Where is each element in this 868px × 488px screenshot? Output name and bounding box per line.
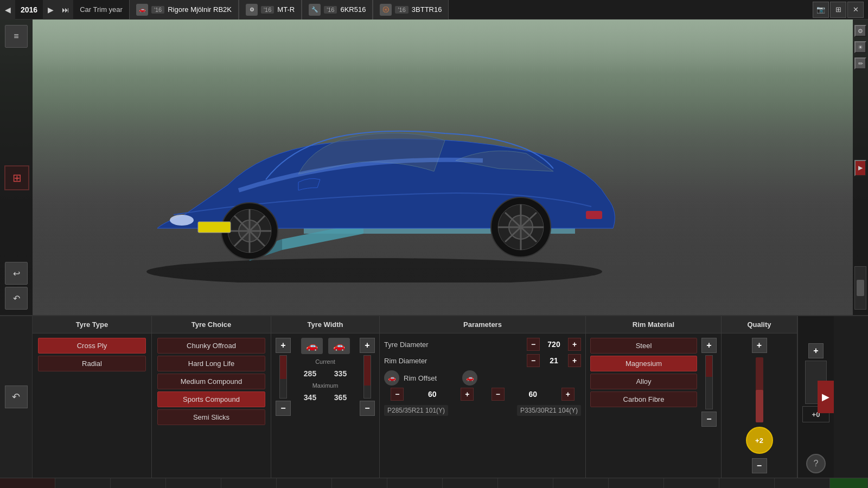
nav-btn-car[interactable] xyxy=(0,478,55,488)
nav-btn-extras[interactable] xyxy=(719,478,775,488)
nav-btn-suspension[interactable] xyxy=(277,478,332,488)
right-btn-1[interactable]: ⚙ xyxy=(854,25,866,37)
tab-mtr[interactable]: ⚙ '16 MT-R xyxy=(239,0,302,20)
rim-steel[interactable]: Steel xyxy=(590,338,697,354)
right-controls: + +0 ? ▶ xyxy=(797,316,834,478)
top-right-icons: 📷 ⊞ ✕ xyxy=(813,2,868,18)
rim-fill xyxy=(706,356,712,377)
tyre-diameter-plus[interactable]: + xyxy=(568,338,581,351)
rim-alloy[interactable]: Alloy xyxy=(590,374,697,389)
left-sidebar-icon-3[interactable]: ↶ xyxy=(5,287,28,310)
right-btn-2[interactable]: ☀ xyxy=(854,41,866,53)
tyre-spec-right: P335/30R21 104(Y) xyxy=(517,405,581,416)
tab-6kr[interactable]: 🔧 '16 6KR516 xyxy=(302,0,373,20)
nav-btn-instruments[interactable] xyxy=(664,478,719,488)
nav-btn-body[interactable] xyxy=(166,478,221,488)
offset-left-minus[interactable]: − xyxy=(391,388,404,401)
current-label: Current xyxy=(315,358,335,365)
quality-plus-btn[interactable]: + xyxy=(752,338,767,353)
tyre-choice-sports[interactable]: Sports Compound xyxy=(157,391,265,407)
left-sidebar-icon-1[interactable]: ≡ xyxy=(5,25,28,48)
nav-btn-exhaust[interactable] xyxy=(498,478,553,488)
max-values: 345 365 xyxy=(299,393,352,402)
tyre-width-section: Tyre Width + − 🚗 🚗 xyxy=(271,316,380,478)
nav-btn-interior[interactable] xyxy=(553,478,609,488)
close-button[interactable]: ✕ xyxy=(847,2,864,18)
rim-plus-btn[interactable]: + xyxy=(701,338,717,353)
nav-btn-wheels2[interactable] xyxy=(443,478,498,488)
nav-btn-engine[interactable] xyxy=(55,478,111,488)
right-btn-3[interactable]: ✏ xyxy=(854,57,866,69)
offset-left-plus[interactable]: + xyxy=(461,388,474,401)
tyre-type-header: Tyre Type xyxy=(33,316,151,333)
help-button[interactable]: ? xyxy=(806,454,826,473)
width-col-left: + − xyxy=(276,338,291,416)
tyre-icons-row: 🚗 🚗 xyxy=(301,338,350,354)
tab-3bttr[interactable]: 🛞 '16 3BTTR16 xyxy=(373,0,449,20)
rim-minus-btn[interactable]: − xyxy=(701,412,717,427)
rim-magnesium[interactable]: Magnesium xyxy=(590,356,697,371)
tyre-type-radial[interactable]: Radial xyxy=(38,356,146,371)
tab-year-1: '16 xyxy=(151,6,164,14)
offset-right-plus[interactable]: + xyxy=(561,388,575,401)
forward-button[interactable]: ▶ xyxy=(818,381,834,413)
nav-btn-tyres[interactable] xyxy=(221,478,277,488)
offset-right-minus[interactable]: − xyxy=(492,388,505,401)
right-arrow-btn[interactable]: ▶ xyxy=(854,160,866,176)
car-visualization xyxy=(76,55,646,282)
rim-diameter-row: Rim Diameter − 21 + xyxy=(384,354,581,367)
rim-slider[interactable] xyxy=(705,355,713,409)
tab-name-2: MT-R xyxy=(277,5,295,14)
tab-rigore[interactable]: 🚗 '16 Rigore Mjölnir RB2K xyxy=(129,0,239,20)
tyre-diameter-label: Tyre Diameter xyxy=(384,341,438,349)
width-plus-right[interactable]: + xyxy=(360,338,375,353)
current-right-value: 335 xyxy=(330,369,352,378)
tab-year-2: '16 xyxy=(261,6,274,14)
year-label: 2016 xyxy=(15,5,43,14)
nav-btn-race[interactable] xyxy=(775,478,830,488)
nav-btn-transmission[interactable] xyxy=(111,478,166,488)
car-icon-4: 🛞 xyxy=(380,4,392,16)
screenshot-button[interactable]: 📷 xyxy=(813,2,829,18)
width-slider-right[interactable] xyxy=(363,355,371,399)
grid-button[interactable]: ⊞ xyxy=(830,2,846,18)
rim-offset-header: 🚗 Rim Offset 🚗 xyxy=(384,370,581,386)
rim-offset-row: 🚗 Rim Offset 🚗 − 60 + − 60 + xyxy=(384,370,581,401)
tyre-diameter-minus[interactable]: − xyxy=(527,338,540,351)
rim-carbon[interactable]: Carbon Fibre xyxy=(590,391,697,407)
tyre-choice-medium[interactable]: Medium Compound xyxy=(157,374,265,389)
width-minus-left[interactable]: − xyxy=(276,401,291,416)
nav-btn-steering[interactable] xyxy=(609,478,664,488)
tyre-choice-hard[interactable]: Hard Long Life xyxy=(157,356,265,371)
nav-btn-brakes[interactable] xyxy=(332,478,387,488)
width-slider-left[interactable] xyxy=(279,355,287,399)
quality-zero-plus[interactable]: + xyxy=(808,343,824,358)
rim-material-section: Rim Material Steel Magnesium Alloy Carbo… xyxy=(586,316,722,478)
width-plus-left[interactable]: + xyxy=(276,338,291,353)
nav-forward-button[interactable]: ▶ xyxy=(43,0,58,20)
tyre-choice-chunky[interactable]: Chunky Offroad xyxy=(157,338,265,354)
quality-fill xyxy=(756,390,763,422)
tyre-type-crossply[interactable]: Cross Ply xyxy=(38,338,146,354)
rim-diameter-minus[interactable]: − xyxy=(527,354,540,367)
rim-diameter-plus[interactable]: + xyxy=(568,354,581,367)
quality-slider[interactable] xyxy=(756,357,763,422)
rim-icon-right: 🚗 xyxy=(462,370,477,386)
panel-toggle-button[interactable]: ⊞ xyxy=(4,165,29,190)
width-fill-left xyxy=(280,356,286,379)
left-sidebar-icon-2[interactable]: ↩ xyxy=(5,262,28,285)
nav-back-button[interactable]: ◀ xyxy=(0,0,15,20)
tyre-choice-section: Tyre Choice Chunky Offroad Hard Long Lif… xyxy=(152,316,271,478)
back-button[interactable]: ↶ xyxy=(5,386,28,408)
width-minus-right[interactable]: − xyxy=(360,401,375,416)
nav-btn-confirm[interactable] xyxy=(830,478,868,488)
quality-minus-btn[interactable]: − xyxy=(752,458,767,473)
bottom-panel: ↶ Tyre Type Cross Ply Radial Tyre Choice… xyxy=(0,315,868,488)
right-scroll-track[interactable] xyxy=(854,266,866,310)
svg-point-9 xyxy=(170,215,194,226)
right-scroll-thumb xyxy=(857,280,864,296)
tyre-choice-semi[interactable]: Semi Slicks xyxy=(157,409,265,425)
tyre-icon-front: 🚗 xyxy=(301,338,323,354)
nav-btn-aero[interactable] xyxy=(387,478,443,488)
nav-end-button[interactable]: ⏭ xyxy=(58,0,73,20)
